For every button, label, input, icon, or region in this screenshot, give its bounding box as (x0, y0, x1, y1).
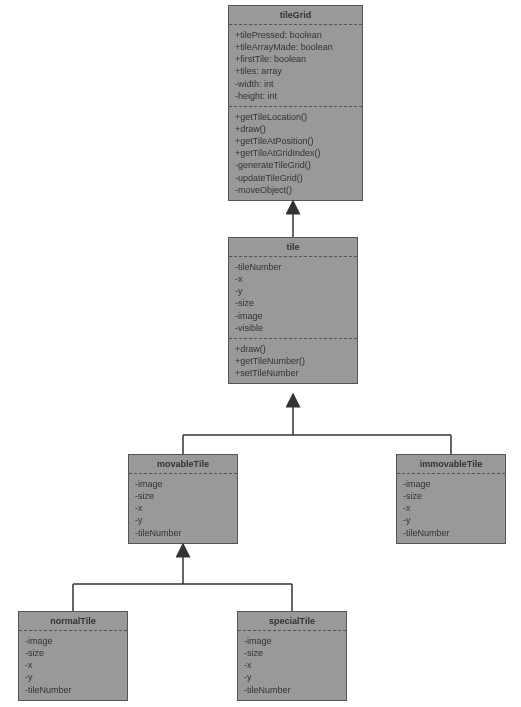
attr: -size (235, 297, 351, 309)
attr: -x (403, 502, 499, 514)
attr: +tilePressed: boolean (235, 29, 356, 41)
attr: -y (244, 671, 340, 683)
class-specialTile: specialTile -image -size -x -y -tileNumb… (237, 611, 347, 701)
method: +draw() (235, 123, 356, 135)
class-normalTile: normalTile -image -size -x -y -tileNumbe… (18, 611, 128, 701)
class-title: specialTile (238, 612, 346, 631)
attr: -image (244, 635, 340, 647)
attr: -x (244, 659, 340, 671)
attr: -x (25, 659, 121, 671)
attr: -height: int (235, 90, 356, 102)
class-attributes: -image -size -x -y -tileNumber (129, 474, 237, 543)
class-attributes: +tilePressed: boolean +tileArrayMade: bo… (229, 25, 362, 106)
attr: -tileNumber (25, 684, 121, 696)
attr: -image (235, 310, 351, 322)
attr: -image (25, 635, 121, 647)
attr: +firstTile: boolean (235, 53, 356, 65)
attr: -y (403, 514, 499, 526)
attr: -visible (235, 322, 351, 334)
class-attributes: -tileNumber -x -y -size -image -visible (229, 257, 357, 338)
class-methods: +getTileLocation() +draw() +getTileAtPos… (229, 107, 362, 200)
class-attributes: -image -size -x -y -tileNumber (397, 474, 505, 543)
class-methods: +draw() +getTileNumber() +setTileNumber (229, 339, 357, 383)
method: -moveObject() (235, 184, 356, 196)
attr: -tileNumber (135, 527, 231, 539)
attr: -y (135, 514, 231, 526)
method: +draw() (235, 343, 351, 355)
method: +getTileAtGridIndex() (235, 147, 356, 159)
method: +getTileLocation() (235, 111, 356, 123)
class-attributes: -image -size -x -y -tileNumber (238, 631, 346, 700)
class-title: normalTile (19, 612, 127, 631)
method: -generateTileGrid() (235, 159, 356, 171)
method: +getTileNumber() (235, 355, 351, 367)
attr: +tiles: array (235, 65, 356, 77)
class-title: tileGrid (229, 6, 362, 25)
attr: -y (25, 671, 121, 683)
class-immovableTile: immovableTile -image -size -x -y -tileNu… (396, 454, 506, 544)
attr: -x (235, 273, 351, 285)
attr: +tileArrayMade: boolean (235, 41, 356, 53)
attr: -size (403, 490, 499, 502)
class-tile: tile -tileNumber -x -y -size -image -vis… (228, 237, 358, 384)
class-title: tile (229, 238, 357, 257)
attr: -tileNumber (235, 261, 351, 273)
method: +getTileAtPosition() (235, 135, 356, 147)
attr: -x (135, 502, 231, 514)
class-attributes: -image -size -x -y -tileNumber (19, 631, 127, 700)
attr: -y (235, 285, 351, 297)
class-tileGrid: tileGrid +tilePressed: boolean +tileArra… (228, 5, 363, 201)
method: -updateTileGrid() (235, 172, 356, 184)
attr: -size (135, 490, 231, 502)
attr: -image (135, 478, 231, 490)
class-title: immovableTile (397, 455, 505, 474)
attr: -image (403, 478, 499, 490)
class-title: movableTile (129, 455, 237, 474)
attr: -width: int (235, 78, 356, 90)
attr: -size (25, 647, 121, 659)
class-movableTile: movableTile -image -size -x -y -tileNumb… (128, 454, 238, 544)
attr: -tileNumber (403, 527, 499, 539)
method: +setTileNumber (235, 367, 351, 379)
attr: -tileNumber (244, 684, 340, 696)
attr: -size (244, 647, 340, 659)
